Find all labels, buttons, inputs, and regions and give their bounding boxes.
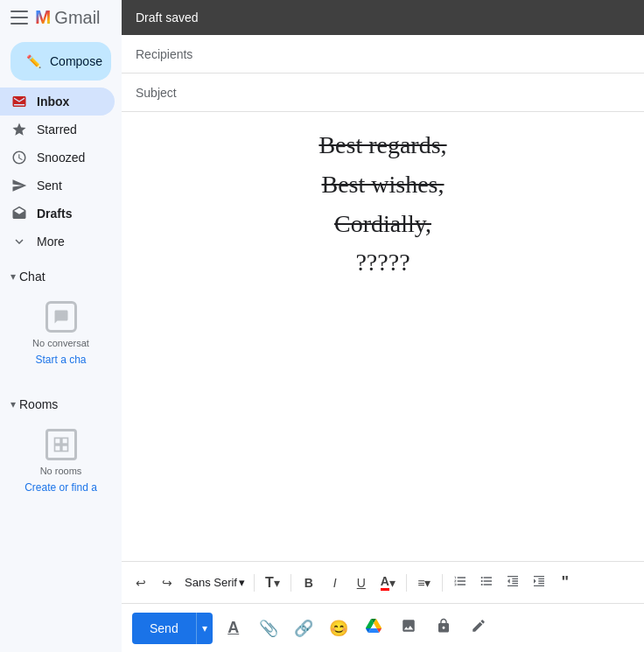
- body-line-2: Best wishes,: [322, 165, 444, 205]
- send-label: Send: [150, 621, 178, 635]
- numbered-list-button[interactable]: [448, 571, 472, 595]
- text-color-button[interactable]: A ▾: [375, 571, 401, 595]
- underline-a-icon: A: [228, 619, 239, 637]
- align-icon: ≡: [417, 576, 424, 590]
- format-toolbar: ↩ ↪ Sans Serif ▾ T ▾ B I U A ▾ ≡ ▾: [122, 561, 644, 603]
- italic-button[interactable]: I: [323, 571, 347, 595]
- subject-label: Subject: [136, 86, 177, 100]
- underline-icon: U: [357, 576, 366, 590]
- align-button[interactable]: ≡ ▾: [412, 571, 437, 595]
- send-button[interactable]: Send: [132, 613, 196, 644]
- svg-rect-1: [61, 438, 67, 445]
- hamburger-menu-icon[interactable]: [10, 9, 28, 26]
- sidebar-item-starred[interactable]: Starred: [0, 116, 115, 144]
- bottom-bar: Send ▾ A 📎 🔗 😊: [122, 603, 644, 652]
- no-conversations-text: No conversat: [32, 338, 89, 348]
- sidebar-label-snoozed: Snoozed: [37, 151, 85, 165]
- pen-icon: [471, 618, 486, 638]
- create-room-link[interactable]: Create or find a: [24, 481, 97, 494]
- signature-button[interactable]: [465, 614, 493, 642]
- star-icon: [10, 121, 28, 138]
- bold-button[interactable]: B: [297, 571, 321, 595]
- inbox-icon: [10, 93, 28, 110]
- attach-file-button[interactable]: 📎: [255, 614, 283, 642]
- font-family-select[interactable]: Sans Serif ▾: [181, 574, 248, 591]
- toolbar-separator-2: [290, 574, 291, 592]
- quote-icon: ": [562, 573, 570, 592]
- insert-emoji-button[interactable]: 😊: [325, 614, 353, 642]
- blockquote-button[interactable]: ": [553, 571, 578, 595]
- subject-row[interactable]: Subject: [122, 74, 644, 112]
- sidebar-label-sent: Sent: [37, 179, 62, 193]
- photo-icon: [401, 618, 416, 638]
- indent-more-button[interactable]: [527, 571, 551, 595]
- send-button-group: Send ▾: [132, 613, 213, 644]
- compose-button[interactable]: ✏️ Compose: [10, 42, 111, 81]
- gmail-text: Gmail: [54, 8, 100, 28]
- sidebar-item-more[interactable]: More: [0, 228, 115, 256]
- indent-more-icon: [532, 574, 546, 591]
- chat-section-header: ▾ Chat: [0, 259, 122, 287]
- body-line-1: Best regards,: [318, 126, 446, 165]
- font-dropdown-icon: ▾: [239, 576, 245, 589]
- rooms-empty-area: No rooms Create or find a: [0, 415, 122, 508]
- rooms-section: ▾ Rooms No rooms Create or find a: [0, 383, 122, 511]
- body-line-4: ?????: [355, 243, 410, 283]
- send-arrow-icon: ▾: [202, 622, 207, 634]
- lock-icon: [436, 618, 452, 638]
- draft-saved-label: Draft saved: [136, 11, 199, 25]
- start-chat-link[interactable]: Start a cha: [35, 354, 86, 366]
- formatting-options-button[interactable]: A: [220, 614, 248, 642]
- text-color-icon: A: [381, 574, 389, 591]
- nav-items: Inbox Starred Snoozed Sent: [0, 88, 122, 256]
- compose-body[interactable]: Best regards, Best wishes, Cordially, ??…: [122, 112, 644, 561]
- numbered-list-icon: [453, 574, 467, 592]
- sidebar-item-sent[interactable]: Sent: [0, 172, 115, 200]
- insert-photo-button[interactable]: [395, 614, 423, 642]
- drafts-icon: [10, 205, 28, 222]
- sidebar-label-starred: Starred: [37, 123, 77, 137]
- sidebar-item-inbox[interactable]: Inbox: [0, 88, 115, 116]
- chat-bubble-icon: [46, 301, 77, 333]
- font-size-button[interactable]: T ▾: [260, 571, 285, 595]
- paperclip-icon: 📎: [259, 619, 278, 638]
- rooms-section-header: ▾ Rooms: [0, 387, 122, 415]
- sidebar-header: M Gmail: [0, 0, 122, 35]
- toolbar-separator-1: [254, 574, 255, 592]
- font-name-label: Sans Serif: [185, 576, 237, 589]
- undo-button[interactable]: ↩: [129, 571, 153, 595]
- svg-rect-2: [54, 445, 60, 452]
- sidebar: M Gmail ✏️ Compose Inbox Starred Snoozed: [0, 0, 122, 652]
- gmail-logo: M Gmail: [35, 6, 101, 29]
- bullet-list-button[interactable]: [474, 571, 499, 595]
- clock-icon: [10, 149, 28, 166]
- compose-window: Draft saved Recipients Subject Best rega…: [122, 0, 644, 652]
- underline-button[interactable]: U: [349, 571, 374, 595]
- recipients-label: Recipients: [136, 47, 192, 61]
- indent-less-button[interactable]: [500, 571, 525, 595]
- draft-saved-bar: Draft saved: [122, 0, 644, 35]
- align-dropdown-icon: ▾: [424, 576, 430, 590]
- rooms-chevron-icon: ▾: [10, 398, 16, 410]
- chat-section: ▾ Chat No conversat Start a cha: [0, 256, 122, 383]
- sidebar-label-drafts: Drafts: [37, 207, 72, 221]
- sidebar-item-snoozed[interactable]: Snoozed: [0, 144, 115, 172]
- italic-icon: I: [333, 576, 337, 590]
- send-icon: [10, 177, 28, 194]
- no-rooms-text: No rooms: [40, 466, 82, 476]
- confidential-mode-button[interactable]: [430, 614, 458, 642]
- toolbar-separator-4: [442, 574, 443, 592]
- bullet-list-icon: [480, 574, 494, 591]
- rooms-grid-icon: [46, 429, 77, 460]
- rooms-section-label: Rooms: [19, 397, 58, 411]
- send-dropdown-button[interactable]: ▾: [196, 613, 213, 644]
- recipients-row[interactable]: Recipients: [122, 35, 644, 74]
- redo-button[interactable]: ↪: [155, 571, 179, 595]
- insert-drive-button[interactable]: [360, 614, 388, 642]
- emoji-icon: 😊: [329, 619, 348, 638]
- font-size-dropdown-icon: ▾: [274, 576, 280, 590]
- sidebar-item-drafts[interactable]: Drafts: [0, 200, 115, 228]
- drive-icon: [366, 618, 382, 638]
- insert-link-button[interactable]: 🔗: [290, 614, 318, 642]
- indent-less-icon: [506, 574, 520, 591]
